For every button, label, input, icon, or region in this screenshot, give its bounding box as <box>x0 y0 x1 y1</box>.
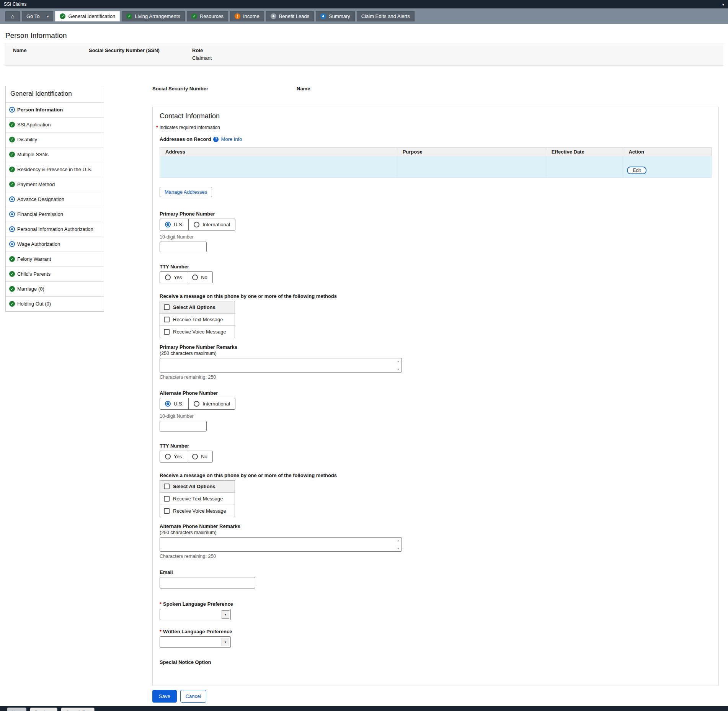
sidebar-item-label: Residency & Presence in the U.S. <box>17 167 92 173</box>
previous-button[interactable]: Previous <box>30 708 58 711</box>
go-to-dropdown[interactable]: Go To ▾ <box>22 11 53 21</box>
primary-phone-number-input[interactable] <box>160 242 207 252</box>
tab-general-identification[interactable]: ✓ General Identification <box>55 11 120 21</box>
primary-tty-no-option[interactable]: No <box>187 272 212 283</box>
tab-claim-edits-alerts[interactable]: Claim Edits and Alerts <box>357 11 415 21</box>
alternate-phone-us-option[interactable]: U.S. <box>160 398 188 409</box>
sidebar-item-multiple-ssns[interactable]: ✓ Multiple SSNs <box>6 147 104 162</box>
primary-tty-yes-option[interactable]: Yes <box>160 272 187 283</box>
tab-income[interactable]: ! Income <box>230 11 264 21</box>
sidebar-item-marriage[interactable]: ✓ Marriage (0) <box>6 281 104 296</box>
alternate-remarks-wrap: ▴ ▾ <box>160 537 402 552</box>
alternate-phone-type-group: U.S. International <box>160 398 235 410</box>
select-arrow-icon[interactable]: ▼ <box>222 610 229 619</box>
radio-no[interactable] <box>192 275 198 280</box>
scroll-up-icon[interactable]: ▴ <box>397 539 399 542</box>
written-language-label-text: Written Language Preference <box>163 629 232 634</box>
tab-living-arrangements[interactable]: ✓ Living Arrangements <box>122 11 185 21</box>
name-label: Name <box>297 86 310 92</box>
sidebar-item-label: SSI Application <box>17 122 51 128</box>
more-info-link[interactable]: More Info <box>221 136 242 142</box>
written-language-label: *Written Language Preference <box>160 629 712 634</box>
purpose-column-header: Purpose <box>397 148 546 156</box>
go-to-label: Go To <box>26 13 39 19</box>
sidebar-item-residency-presence[interactable]: ✓ Residency & Presence in the U.S. <box>6 162 104 177</box>
radio-yes[interactable] <box>165 275 171 280</box>
radio-international[interactable] <box>194 401 199 407</box>
checkbox-select-all[interactable] <box>164 484 170 489</box>
radio-us-selected[interactable] <box>165 222 171 227</box>
scroll-up-icon[interactable]: ▴ <box>397 360 399 363</box>
checkbox-voice-message[interactable] <box>164 508 170 514</box>
chevron-down-icon: ▾ <box>47 14 49 18</box>
save-button[interactable]: Save <box>152 690 177 703</box>
sidebar-item-wage-authorization[interactable]: Wage Authorization <box>6 237 104 252</box>
cancel-button[interactable]: Cancel <box>180 690 206 703</box>
sidebar-item-ssi-application[interactable]: ✓ SSI Application <box>6 117 104 132</box>
checkbox-select-all[interactable] <box>164 304 170 310</box>
radio-international[interactable] <box>194 222 199 227</box>
tab-resources[interactable]: ✓ Resources <box>187 11 228 21</box>
addresses-header-row: Address Purpose Effective Date Action <box>160 148 712 156</box>
checkbox-text-message[interactable] <box>164 317 170 322</box>
manage-addresses-button[interactable]: Manage Addresses <box>160 187 212 197</box>
radio-yes[interactable] <box>165 454 171 459</box>
alternate-voice-message-option[interactable]: Receive Voice Message <box>160 505 235 517</box>
alternate-tty-yes-option[interactable]: Yes <box>160 451 187 462</box>
scroll-down-icon[interactable]: ▾ <box>397 368 399 371</box>
person-summary-band: Name Social Security Number (SSN) Role C… <box>5 44 723 66</box>
primary-text-message-option[interactable]: Receive Text Message <box>160 313 235 325</box>
alternate-select-all-option[interactable]: Select All Options <box>160 481 235 492</box>
more-info-icon[interactable]: ? <box>213 137 219 142</box>
radio-label: U.S. <box>174 401 183 407</box>
select-arrow-icon[interactable]: ▼ <box>222 638 229 646</box>
primary-voice-message-option[interactable]: Receive Voice Message <box>160 325 235 338</box>
written-language-select[interactable]: ▼ <box>160 636 231 648</box>
checkbox-label: Receive Text Message <box>173 317 223 322</box>
spoken-language-label: *Spoken Language Preference <box>160 601 712 607</box>
home-button[interactable]: ⌂ <box>5 11 20 21</box>
alternate-tty-no-option[interactable]: No <box>187 451 212 462</box>
wizard-footer-bar: Next Previous Save & Exit <box>0 706 728 711</box>
primary-select-all-option[interactable]: Select All Options <box>160 301 235 313</box>
checkbox-voice-message[interactable] <box>164 329 170 335</box>
sidebar-item-advance-designation[interactable]: Advance Designation <box>6 192 104 207</box>
scroll-down-icon[interactable]: ▾ <box>397 547 399 550</box>
address-column-header: Address <box>160 148 397 156</box>
radio-no[interactable] <box>192 454 198 459</box>
primary-phone-international-option[interactable]: International <box>188 219 235 230</box>
sidebar-item-felony-warrant[interactable]: ✓ Felony Warrant <box>6 252 104 266</box>
tab-benefit-leads[interactable]: Benefit Leads <box>266 11 314 21</box>
spoken-language-select[interactable]: ▼ <box>160 609 231 620</box>
primary-phone-us-option[interactable]: U.S. <box>160 219 188 230</box>
primary-remarks-textarea[interactable] <box>160 358 402 373</box>
sidebar-item-personal-information-authorization[interactable]: Personal Information Authorization <box>6 222 104 237</box>
sidebar-item-holding-out[interactable]: ✓ Holding Out (0) <box>6 296 104 311</box>
sidebar-item-person-information[interactable]: Person Information <box>6 102 104 117</box>
status-complete-icon: ✓ <box>126 13 132 19</box>
alternate-phone-number-input[interactable] <box>160 421 207 432</box>
email-field[interactable] <box>160 577 255 588</box>
scrollbar[interactable]: ▴ ▾ <box>396 360 400 371</box>
sidebar-item-payment-method[interactable]: ✓ Payment Method <box>6 177 104 192</box>
alternate-phone-international-option[interactable]: International <box>188 398 235 409</box>
edit-address-button[interactable]: Edit <box>627 167 646 174</box>
topbar-caret-icon[interactable]: ▾ <box>722 2 724 7</box>
alternate-text-message-option[interactable]: Receive Text Message <box>160 492 235 505</box>
save-and-exit-button[interactable]: Save & Exit <box>61 708 95 711</box>
radio-us-selected[interactable] <box>165 401 171 407</box>
checkbox-text-message[interactable] <box>164 496 170 502</box>
sidebar-item-childs-parents[interactable]: ✓ Child's Parents <box>6 266 104 281</box>
status-complete-icon: ✓ <box>191 13 197 19</box>
in-progress-icon <box>9 196 15 202</box>
section-title: Contact Information <box>160 112 712 120</box>
sidebar-item-financial-permission[interactable]: Financial Permission <box>6 207 104 222</box>
role-label: Role <box>192 47 212 53</box>
sidebar-item-disability[interactable]: ✓ Disability <box>6 132 104 147</box>
alternate-remarks-textarea[interactable] <box>160 537 402 552</box>
tab-summary[interactable]: Summary <box>316 11 355 21</box>
alternate-number-sublabel: 10-digit Number <box>160 414 712 419</box>
scrollbar[interactable]: ▴ ▾ <box>396 539 400 550</box>
status-alert-icon: ! <box>235 13 240 19</box>
main-panel: Social Security Number Name Contact Info… <box>152 86 719 703</box>
